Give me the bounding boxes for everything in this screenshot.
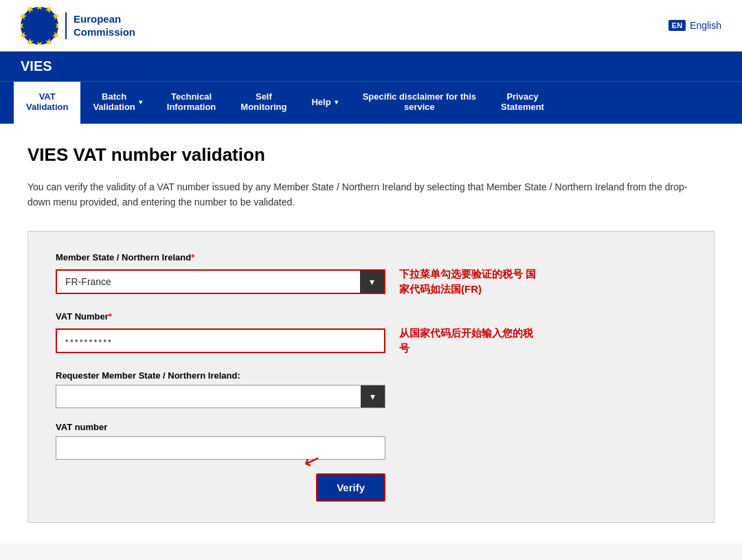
nav-item-self-monitoring[interactable]: SelfMonitoring — [228, 82, 299, 124]
vat-number2-input[interactable] — [56, 437, 385, 459]
nav-item-batch-validation[interactable]: BatchValidation ▾ — [80, 82, 154, 124]
language-label: English — [690, 20, 721, 31]
requester-group: Requester Member State / Northern Irelan… — [56, 370, 686, 408]
language-code-badge: EN — [668, 20, 686, 31]
vat-number2-group: VAT number — [56, 422, 686, 460]
svg-point-0 — [21, 7, 58, 45]
member-state-label: Member State / Northern Ireland* — [56, 252, 686, 262]
nav-label-help: Help — [311, 97, 330, 107]
vat-number2-wrapper — [56, 436, 385, 460]
logo-area: European Commission — [21, 7, 135, 45]
vat-number-label: VAT Number* — [56, 311, 686, 322]
eu-logo-icon — [21, 7, 58, 45]
nav-label-self-monitoring: SelfMonitoring — [240, 91, 286, 112]
verify-button[interactable]: Verify — [316, 473, 385, 502]
vies-bar: VIES — [0, 52, 742, 81]
requester-dropdown-button[interactable]: ▾ — [361, 385, 385, 407]
vat-number-field-row: 从国家代码后开始输入您的税号 — [56, 326, 686, 357]
nav-item-privacy-statement[interactable]: PrivacyStatement — [488, 82, 556, 124]
vat-number-input[interactable] — [57, 330, 384, 352]
nav-label-technical-information: TechnicalInformation — [167, 91, 216, 112]
nav-item-technical-information[interactable]: TechnicalInformation — [155, 82, 229, 124]
page-title: VIES VAT number validation — [27, 144, 715, 166]
vat-number-input-wrapper — [56, 328, 385, 353]
requester-label: Requester Member State / Northern Irelan… — [56, 370, 686, 381]
vies-title: VIES — [21, 58, 52, 74]
vat-number-annotation: 从国家代码后开始输入您的税号 — [399, 326, 537, 357]
member-state-annotation: 下拉菜单勾选要验证的税号 国家代码如法国(FR) — [399, 267, 537, 298]
member-state-field-row: ▾ 下拉菜单勾选要验证的税号 国家代码如法国(FR) — [56, 267, 686, 298]
nav-label-specific-disclaimer: Specific disclaimer for thisservice — [363, 91, 476, 112]
nav-label-privacy-statement: PrivacyStatement — [501, 91, 544, 112]
nav-label-batch-validation: BatchValidation — [93, 91, 135, 112]
member-state-input[interactable] — [57, 271, 360, 293]
navigation-bar: VATValidation BatchValidation ▾ Technica… — [0, 81, 742, 124]
batch-validation-chevron-icon: ▾ — [139, 98, 142, 106]
nav-item-help[interactable]: Help ▾ — [299, 82, 350, 124]
help-chevron-icon: ▾ — [335, 98, 338, 106]
verify-row: ↙ Verify — [56, 473, 385, 502]
language-selector[interactable]: EN English — [668, 20, 721, 31]
commission-name: European Commission — [65, 12, 135, 39]
vat-number-group: VAT Number* 从国家代码后开始输入您的税号 — [56, 311, 686, 357]
nav-item-specific-disclaimer[interactable]: Specific disclaimer for thisservice — [350, 82, 488, 124]
nav-label-vat-validation: VATValidation — [26, 91, 68, 112]
main-content: VIES VAT number validation You can verif… — [0, 124, 742, 544]
member-state-dropdown-button[interactable]: ▾ — [360, 271, 384, 293]
member-state-required-marker: * — [191, 252, 194, 262]
member-state-group: Member State / Northern Ireland* ▾ 下拉菜单勾… — [56, 252, 686, 298]
requester-select-wrapper: ▾ — [56, 385, 385, 408]
vat-number2-label: VAT number — [56, 422, 686, 432]
member-state-select-wrapper: ▾ — [56, 269, 385, 294]
form-container: Member State / Northern Ireland* ▾ 下拉菜单勾… — [27, 231, 715, 523]
top-header: European Commission EN English — [0, 0, 742, 52]
page-description: You can verify the validity of a VAT num… — [27, 179, 701, 210]
nav-item-vat-validation[interactable]: VATValidation — [14, 82, 80, 124]
vat-number-required-marker: * — [109, 311, 112, 322]
requester-input[interactable] — [56, 385, 361, 407]
